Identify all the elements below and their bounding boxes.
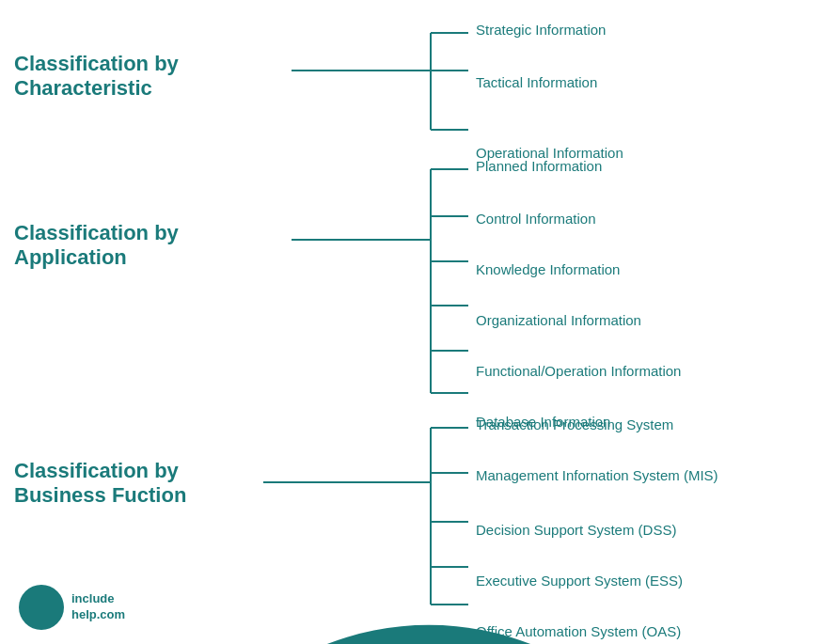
diagram-container: Classification by Characteristic Strateg… — [0, 0, 820, 644]
section1-items: Strategic Information Tactical Informati… — [476, 22, 623, 162]
section1-label: Classification by Characteristic — [14, 52, 282, 102]
list-item: Knowledge Information — [476, 261, 681, 278]
section2-label: Classification by Application — [14, 221, 277, 271]
list-item: Decision Support System (DSS) — [476, 522, 718, 539]
list-item: Control Information — [476, 211, 681, 228]
list-item: Planned Information — [476, 158, 681, 175]
list-item: Functional/Operation Information — [476, 363, 681, 380]
list-item: Organizational Information — [476, 312, 681, 329]
list-item: Transaction Processing System — [476, 416, 718, 433]
list-item: Tactical Information — [476, 74, 623, 91]
list-item: Strategic Information — [476, 22, 623, 39]
section2-items: Planned Information Control Information … — [476, 158, 681, 431]
section3-label: Classification by Business Fuction — [14, 459, 254, 509]
svg-point-20 — [147, 625, 710, 644]
list-item: Management Infornation System (MIS) — [476, 467, 718, 484]
logo-icon — [19, 585, 64, 630]
logo: include help.com — [19, 585, 125, 630]
